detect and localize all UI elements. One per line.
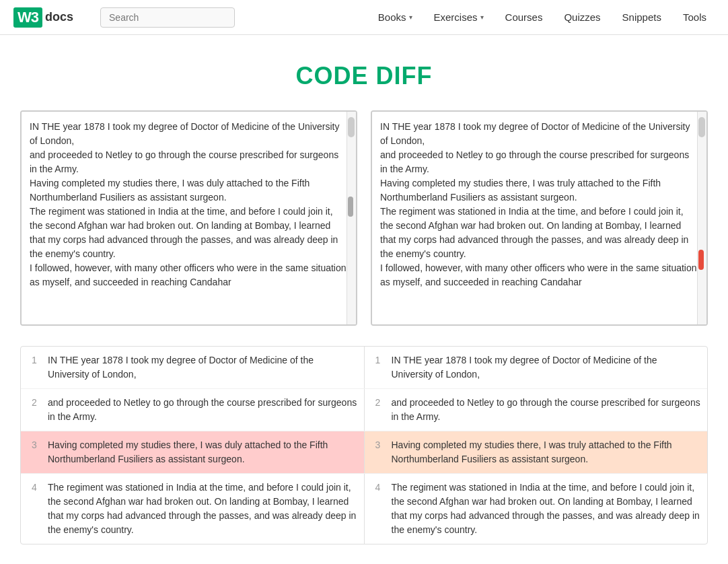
nav-exercises-label: Exercises: [434, 11, 478, 23]
navbar: W3docs Books ▾ Exercises ▾ Courses Quizz…: [0, 0, 728, 35]
line-num-right-2: 2: [365, 396, 392, 408]
chevron-down-icon: ▾: [480, 13, 484, 21]
diff-left-1: 1 IN THE year 1878 I took my degree of D…: [21, 347, 364, 388]
diff-right-3: 3 Having completed my studies there, I w…: [364, 431, 708, 473]
diff-text-right-4: The regiment was stationed in India at t…: [392, 481, 708, 537]
right-scrollbar[interactable]: [697, 112, 706, 324]
logo-docs: docs: [45, 10, 73, 24]
line-num-right-4: 4: [365, 481, 392, 493]
diff-right-1: 1 IN THE year 1878 I took my degree of D…: [364, 347, 708, 388]
nav-tools-label: Tools: [683, 11, 706, 23]
left-scrollbar[interactable]: [347, 112, 356, 324]
line-num-right-3: 3: [365, 438, 392, 450]
diff-text-left-1: IN THE year 1878 I took my degree of Doc…: [48, 353, 364, 382]
left-scrollbar-thumb[interactable]: [348, 117, 355, 137]
right-textarea-wrapper: [371, 110, 708, 326]
diff-text-left-4: The regiment was stationed in India at t…: [48, 481, 364, 537]
left-textarea-wrapper: [20, 110, 357, 326]
diff-left-3: 3 Having completed my studies there, I w…: [21, 431, 364, 473]
diff-row-2: 2 and proceeded to Netley to go through …: [21, 389, 707, 431]
nav-snippets-label: Snippets: [622, 11, 661, 23]
search-box[interactable]: [100, 7, 235, 28]
chevron-down-icon: ▾: [409, 13, 412, 21]
diff-right-2: 2 and proceeded to Netley to go through …: [364, 389, 708, 431]
nav-courses-label: Courses: [505, 11, 543, 23]
nav-tools[interactable]: Tools: [675, 7, 715, 27]
nav-items: Books ▾ Exercises ▾ Courses Quizzes Snip…: [370, 7, 715, 27]
diff-row-4: 4 The regiment was stationed in India at…: [21, 474, 707, 544]
page-title: CODE DIFF: [20, 62, 708, 90]
line-num-left-1: 1: [21, 353, 48, 365]
logo-w3: W3: [13, 7, 42, 28]
logo[interactable]: W3docs: [13, 7, 73, 28]
right-textarea[interactable]: [372, 112, 706, 324]
diff-left-2: 2 and proceeded to Netley to go through …: [21, 389, 364, 431]
left-scroll-indicator: [348, 197, 353, 217]
diff-container: 1 IN THE year 1878 I took my degree of D…: [20, 346, 708, 544]
diff-right-4: 4 The regiment was stationed in India at…: [364, 474, 708, 544]
line-num-left-2: 2: [21, 396, 48, 408]
nav-quizzes[interactable]: Quizzes: [556, 7, 608, 27]
search-input[interactable]: [100, 7, 235, 28]
diff-text-left-2: and proceeded to Netley to go through th…: [48, 396, 364, 424]
nav-quizzes-label: Quizzes: [564, 11, 600, 23]
line-num-left-4: 4: [21, 481, 48, 493]
main-content: CODE DIFF 1 IN THE year 1878 I took my d…: [0, 35, 728, 558]
diff-text-right-1: IN THE year 1878 I took my degree of Doc…: [392, 353, 708, 382]
diff-left-4: 4 The regiment was stationed in India at…: [21, 474, 364, 544]
diff-row-1: 1 IN THE year 1878 I took my degree of D…: [21, 347, 707, 389]
right-scrollbar-thumb[interactable]: [698, 117, 705, 137]
diff-text-right-3: Having completed my studies there, I was…: [392, 438, 708, 466]
diff-row-3: 3 Having completed my studies there, I w…: [21, 431, 707, 474]
nav-books-label: Books: [378, 11, 406, 23]
diff-text-left-3: Having completed my studies there, I was…: [48, 438, 364, 466]
textarea-row: [20, 110, 708, 326]
line-num-left-3: 3: [21, 438, 48, 450]
nav-books[interactable]: Books ▾: [370, 7, 421, 27]
nav-snippets[interactable]: Snippets: [614, 7, 669, 27]
line-num-right-1: 1: [365, 353, 392, 365]
left-textarea[interactable]: [22, 112, 356, 324]
diff-text-right-2: and proceeded to Netley to go through th…: [392, 396, 708, 424]
nav-exercises[interactable]: Exercises ▾: [426, 7, 492, 27]
right-scroll-indicator: [698, 250, 704, 270]
nav-courses[interactable]: Courses: [497, 7, 551, 27]
